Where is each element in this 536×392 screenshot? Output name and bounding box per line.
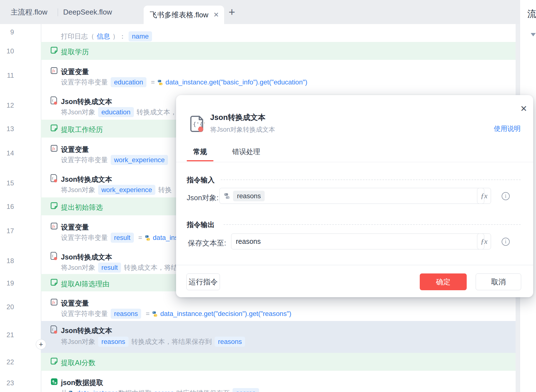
step-description: 将Json对象	[61, 185, 95, 194]
step-subtitle: 打印日志（信息）：name	[61, 31, 155, 41]
set-variable-icon: fx	[50, 67, 58, 74]
step-description: 转换成文本，将结	[124, 263, 177, 272]
tab-deepseek-flow[interactable]: DeepSeek.flow	[63, 0, 112, 24]
flow-step-row[interactable]: 9打印日志（信息）：name	[0, 24, 516, 42]
step-subtitle: 设置字符串变量result= data_instance	[61, 233, 195, 243]
right-panel-title: 流	[527, 8, 536, 20]
json-object-value-chip[interactable]: reasons	[233, 191, 265, 201]
variable-chip[interactable]: reasons	[98, 337, 129, 347]
info-icon[interactable]: i	[502, 238, 510, 246]
variable-chip[interactable]: result	[111, 233, 134, 243]
line-number: 19	[2, 279, 14, 287]
line-number: 10	[2, 47, 14, 55]
variable-chip[interactable]: reasons	[111, 309, 141, 319]
line-number: 23	[2, 379, 14, 387]
close-dialog-icon[interactable]: ✕	[518, 103, 529, 114]
svg-text:fx: fx	[52, 69, 55, 73]
group-label: 提取AI分数	[61, 358, 96, 367]
variable-chip[interactable]: work_experience	[111, 155, 168, 165]
variable-chip[interactable]: reasons	[215, 337, 245, 347]
step-subtitle: 将Json对象work_experience转换	[61, 185, 172, 195]
flow-step-row[interactable]: 21 { Json转换成文本 将Json对象reasons转换成文本，将结果保存…	[0, 321, 516, 353]
tab-main-flow[interactable]: 主流程.flow	[11, 0, 47, 24]
group-label: 提出初始筛选	[61, 203, 103, 212]
step-description: 设置字符串变量	[61, 78, 108, 87]
section-input-header: 指令输入	[187, 175, 215, 185]
flow-step-row[interactable]: 11 fx 设置变量 设置字符串变量education= data_instan…	[0, 60, 516, 90]
info-icon[interactable]: i	[502, 192, 510, 200]
line-number: 20	[2, 303, 14, 311]
step-title: Json转换成文本	[61, 326, 112, 335]
group-tag-icon	[50, 124, 58, 132]
step-description: 将Json对象	[61, 108, 95, 117]
step-title: Json转换成文本	[61, 97, 112, 106]
row-background	[41, 353, 516, 371]
line-number: 11	[2, 72, 14, 79]
tabs-border	[176, 162, 533, 162]
tab-general[interactable]: 常规	[187, 147, 214, 161]
svg-text:fx: fx	[52, 224, 55, 228]
flow-step-row[interactable]: 23 json数据提取 从 data_instance数据中提取scores对应…	[0, 371, 516, 392]
python-icon	[224, 193, 230, 199]
variable-chip[interactable]: education	[111, 77, 146, 87]
json-extract-icon	[50, 378, 58, 386]
step-title: 设置变量	[61, 299, 89, 308]
expression-text: data_instance	[77, 389, 118, 392]
save-text-input[interactable]: reasons	[231, 233, 484, 249]
tab-divider	[58, 8, 58, 16]
set-variable-icon: fx	[50, 222, 58, 230]
confirm-button[interactable]: 确定	[420, 273, 467, 290]
flow-group-row[interactable]: 10 提取学历	[0, 42, 516, 60]
tab-error-handling[interactable]: 错误处理	[226, 147, 267, 161]
variable-chip[interactable]: work_experience	[98, 185, 155, 195]
python-icon	[152, 311, 158, 317]
step-description: 设置字符串变量	[61, 309, 108, 318]
group-tag-icon	[50, 357, 58, 365]
fx-expression-button[interactable]: ƒx	[477, 233, 491, 249]
tab-label: DeepSeek.flow	[63, 8, 112, 16]
expression-text: data_instance.get("basic_info").get("edu…	[165, 78, 307, 86]
variable-chip[interactable]: result	[98, 263, 121, 273]
tab-feishu-flow[interactable]: 飞书多维表格.flow ✕	[144, 6, 224, 24]
step-subtitle: 将Json对象reasons转换成文本，将结果保存到reasons	[61, 337, 248, 347]
json-object-input[interactable]: reasons	[219, 188, 484, 204]
step-description: 将Json对象	[61, 337, 95, 346]
add-tab-button[interactable]: +	[229, 0, 235, 24]
insert-step-button[interactable]: +	[36, 339, 46, 350]
step-description: 从	[61, 389, 68, 392]
fx-expression-button[interactable]: ƒx	[477, 188, 491, 204]
group-tag-icon	[50, 202, 58, 209]
app-root: 主流程.flow DeepSeek.flow 飞书多维表格.flow ✕ + 9…	[0, 0, 536, 392]
json-to-text-icon: {	[50, 252, 58, 261]
step-subtitle: 将Json对象education转换成文本，	[61, 107, 177, 117]
step-subtitle: 设置字符串变量work_experience	[61, 155, 171, 165]
svg-text:{: {	[52, 328, 53, 331]
step-description: 对应的键值保存至	[176, 389, 230, 392]
run-command-button[interactable]: 运行指令	[186, 273, 220, 290]
group-tag-icon	[50, 278, 58, 286]
line-number: 18	[2, 257, 14, 265]
variable-chip[interactable]: name	[129, 31, 152, 41]
svg-text:fx: fx	[52, 300, 55, 304]
json-to-text-icon: {	[50, 96, 58, 105]
dialog-title: Json转换成文本	[210, 112, 265, 122]
output-section-divider	[224, 224, 521, 225]
help-link[interactable]: 使用说明	[494, 124, 521, 133]
cancel-button[interactable]: 取消	[476, 273, 521, 290]
group-label: 提取AI筛选理由	[61, 279, 110, 289]
close-tab-icon[interactable]: ✕	[213, 11, 219, 18]
variable-chip[interactable]: education	[98, 107, 134, 117]
collapse-caret-icon[interactable]	[531, 33, 536, 36]
footer-divider	[176, 265, 533, 265]
expression-text: data_instance.get("decision").get("reaso…	[160, 310, 291, 318]
input-section-divider	[221, 180, 521, 180]
tab-bar: 主流程.flow DeepSeek.flow 飞书多维表格.flow ✕ +	[0, 0, 520, 24]
flow-group-row[interactable]: 22 提取AI分数	[0, 353, 516, 371]
step-description: ）：	[112, 32, 126, 41]
json-object-label: Json对象:	[187, 193, 219, 203]
line-number: 15	[2, 179, 14, 187]
step-description: 打印日志（	[61, 32, 94, 41]
group-label: 提取工作经历	[61, 125, 103, 134]
line-number: 22	[2, 358, 14, 366]
variable-chip[interactable]: scores	[233, 388, 259, 392]
